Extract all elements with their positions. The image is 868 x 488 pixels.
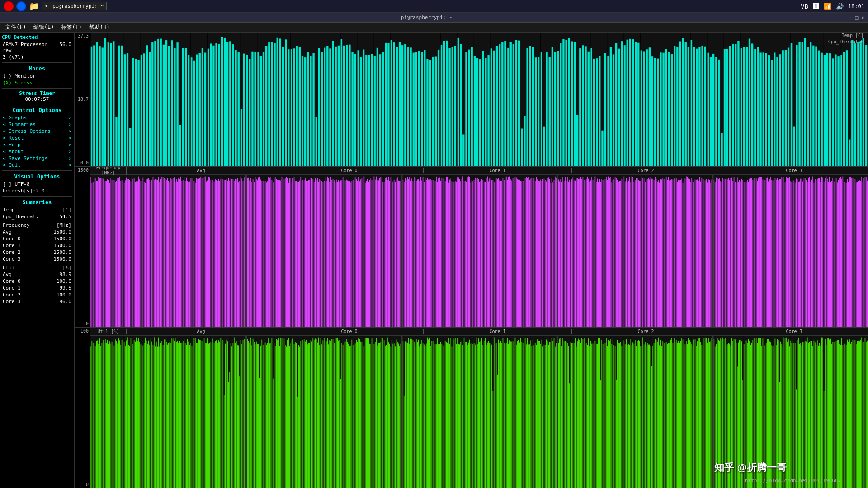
svg-rect-675	[421, 180, 422, 327]
control-help[interactable]: < Help>	[2, 141, 72, 148]
visual-utf8[interactable]: [ ] UTF-8	[2, 181, 72, 188]
svg-rect-1641	[559, 338, 560, 488]
svg-rect-55	[221, 37, 223, 166]
svg-rect-1901	[807, 337, 808, 488]
svg-rect-521	[275, 177, 276, 327]
svg-rect-1930	[835, 345, 835, 488]
temp-chart-title: Temp [C] Cpu_Thermal,0	[828, 33, 863, 45]
svg-rect-1684	[600, 380, 601, 488]
svg-rect-1431	[359, 339, 360, 488]
svg-rect-262	[712, 54, 714, 166]
mode-monitor[interactable]: ( ) Monitor	[2, 73, 72, 80]
svg-rect-1406	[336, 338, 337, 488]
mode-stress[interactable]: (X) Stress	[2, 80, 72, 86]
svg-rect-480	[236, 179, 237, 327]
close-button[interactable]: ✕	[861, 14, 864, 21]
svg-rect-389	[149, 180, 150, 327]
svg-rect-987	[718, 179, 719, 327]
summary-util-header: Util[%]	[2, 264, 72, 271]
svg-rect-159	[468, 50, 470, 166]
svg-rect-1067	[795, 182, 796, 327]
svg-rect-144	[432, 57, 434, 166]
svg-rect-298	[798, 42, 800, 166]
control-summaries[interactable]: < Summaries>	[2, 121, 72, 128]
menu-tags[interactable]: 标签(T)	[57, 23, 85, 32]
terminal-button[interactable]: >_ pi@raspberrypi: ~	[42, 2, 107, 10]
svg-rect-107	[343, 46, 345, 166]
svg-rect-1411	[340, 379, 341, 488]
svg-rect-1931	[836, 341, 837, 488]
util-avg: Avg98.9	[2, 271, 72, 278]
svg-rect-146	[438, 50, 439, 166]
svg-rect-343	[105, 181, 106, 327]
svg-rect-150	[446, 41, 448, 166]
svg-rect-62	[238, 52, 240, 166]
svg-rect-1210	[149, 345, 150, 488]
svg-rect-33	[168, 46, 170, 166]
svg-rect-1934	[838, 340, 839, 488]
svg-rect-624	[373, 178, 373, 327]
svg-rect-1193	[132, 344, 133, 488]
svg-rect-477	[233, 179, 234, 327]
svg-rect-47	[202, 48, 203, 166]
control-quit[interactable]: < Quit>	[2, 162, 72, 169]
svg-rect-793	[533, 178, 534, 327]
control-graphs[interactable]: < Graphs>	[2, 114, 72, 121]
svg-rect-906	[642, 177, 642, 327]
svg-rect-1362	[294, 344, 295, 488]
svg-rect-1887	[793, 343, 794, 488]
svg-rect-592	[343, 177, 344, 327]
svg-rect-738	[481, 179, 482, 327]
svg-rect-395	[155, 179, 156, 327]
minimize-button[interactable]: −	[849, 14, 852, 21]
svg-rect-1266	[203, 345, 203, 488]
svg-rect-667	[414, 177, 415, 327]
svg-rect-813	[552, 182, 553, 327]
svg-rect-588	[338, 180, 339, 327]
svg-rect-674	[420, 177, 421, 327]
svg-rect-1535	[458, 344, 459, 488]
control-reset[interactable]: < Reset>	[2, 135, 72, 141]
svg-rect-1741	[655, 339, 656, 488]
maximize-button[interactable]: □	[855, 14, 859, 21]
svg-rect-1434	[363, 343, 363, 488]
menu-file[interactable]: 文件(F)	[2, 23, 30, 32]
svg-rect-885	[622, 179, 623, 327]
svg-rect-429	[187, 181, 188, 327]
control-stress-options[interactable]: < Stress Options>	[2, 128, 72, 135]
svg-rect-208	[585, 46, 586, 166]
svg-rect-176	[507, 33, 507, 166]
svg-rect-3	[96, 42, 98, 166]
control-save-settings[interactable]: < Save Settings>	[2, 155, 72, 162]
svg-rect-1959	[863, 342, 863, 488]
svg-rect-1664	[581, 338, 582, 488]
svg-rect-100	[326, 46, 328, 166]
svg-rect-1924	[829, 339, 830, 488]
svg-rect-1160	[102, 343, 103, 488]
svg-rect-1767	[679, 343, 680, 488]
svg-rect-199	[562, 39, 564, 166]
svg-rect-910	[645, 182, 646, 327]
svg-rect-1593	[514, 337, 514, 488]
svg-rect-959	[691, 178, 692, 327]
svg-rect-975	[707, 182, 708, 327]
svg-rect-24	[146, 45, 148, 166]
svg-rect-1124	[849, 177, 850, 327]
svg-rect-1439	[367, 338, 368, 488]
svg-rect-1523	[447, 343, 448, 488]
svg-rect-1217	[156, 342, 157, 488]
svg-rect-1699	[615, 346, 616, 488]
menu-edit[interactable]: 编辑(E)	[30, 23, 58, 32]
freq-label-avg: Avg	[127, 168, 275, 173]
control-about[interactable]: < About>	[2, 148, 72, 155]
svg-rect-1008	[738, 182, 739, 327]
svg-rect-162	[474, 33, 474, 166]
util-title: Util [%]	[90, 329, 127, 334]
svg-rect-1942	[846, 345, 847, 488]
svg-rect-408	[167, 178, 168, 327]
menu-help[interactable]: 帮助(H)	[85, 23, 113, 32]
svg-rect-1071	[798, 182, 799, 327]
svg-rect-333	[96, 181, 97, 327]
svg-rect-346	[108, 180, 109, 327]
window-controls[interactable]: − □ ✕	[849, 14, 864, 21]
